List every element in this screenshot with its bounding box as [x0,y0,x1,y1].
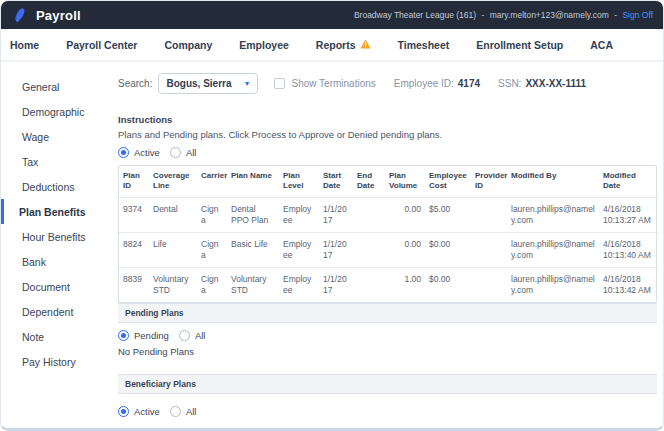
cell-modified-by: lauren.phillips@namely.com [507,197,599,232]
nav-item-home[interactable]: Home [10,39,39,51]
beneficiary-plans-filter: Active All [118,406,657,417]
cell-plan-volume: 1.00 [385,267,425,302]
instructions-description: Plans and Pending plans. Click Process t… [118,129,657,140]
active-radio[interactable] [118,147,129,158]
app-title: Payroll [36,8,81,23]
chevron-down-icon: ▼ [244,80,251,87]
ssn-value: XXX-XX-1111 [525,78,586,89]
nav-item-aca[interactable]: ACA [590,39,613,51]
instructions-section: Instructions Plans and Pending plans. Cl… [118,114,657,158]
beneficiary-plans-header: Beneficiary Plans [118,374,657,394]
show-terminations-checkbox[interactable] [274,78,285,89]
cell-end-date [353,197,385,232]
all-radio[interactable] [170,406,181,417]
col-header-plan-name: Plan Name [227,166,279,197]
table-row: 9374 Dental Cigna Dental PPO Plan Employ… [119,197,659,232]
all-radio-label: All [186,147,197,158]
cell-plan-name: Dental PPO Plan [227,197,279,232]
cell-modified-date: 4/16/2018 10:13:42 AM [599,267,659,302]
nav-item-label: ACA [590,39,613,51]
sidebar-item-document[interactable]: Document [1,274,116,299]
sign-off-link[interactable]: Sign Off [622,10,653,20]
cell-coverage-line: Life [149,232,197,267]
nav-item-label: Reports [316,39,356,51]
cell-coverage-line: Dental [149,197,197,232]
active-radio[interactable] [118,406,129,417]
nav-item-timesheet[interactable]: Timesheet [398,39,450,51]
cell-carrier: Cigna [197,197,227,232]
col-header-start-date: Start Date [319,166,353,197]
employee-search-dropdown[interactable]: Bogus, Sierra ▼ [158,73,258,94]
pending-plans-filter: Pending All [118,330,657,341]
cell-plan-volume: 0.00 [385,197,425,232]
sidebar-item-tax[interactable]: Tax [1,149,116,174]
cell-carrier: Cigna [197,232,227,267]
cell-provider-id [471,197,507,232]
nav-item-payroll-center[interactable]: Payroll Center [66,39,137,51]
cell-provider-id [471,267,507,302]
account-name: Broadway Theater League (161) [354,10,476,20]
selected-employee: Bogus, Sierra [166,78,243,89]
sidebar-item-hour-benefits[interactable]: Hour Benefits [1,224,116,249]
separator: - [614,10,617,20]
show-terminations-label: Show Terminations [291,78,375,89]
cell-employee-cost: $0.00 [425,267,471,302]
sidebar-item-general[interactable]: General [1,74,116,99]
table-row: 8839 Voluntary STD Cigna Voluntary STD E… [119,267,659,302]
user-session-info: Broadway Theater League (161) - mary.mel… [354,10,653,20]
sidebar-item-note[interactable]: Note [1,324,116,349]
cell-plan-name: Basic Life [227,232,279,267]
sidebar-item-bank[interactable]: Bank [1,249,116,274]
cell-start-date: 1/1/2017 [319,197,353,232]
cell-carrier: Cigna [197,267,227,302]
nav-item-enrollment-setup[interactable]: Enrollment Setup [476,39,563,51]
nav-item-label: Enrollment Setup [476,39,563,51]
active-radio-label: Active [134,147,160,158]
search-label: Search: [118,78,152,89]
sidebar-item-plan-benefits[interactable]: Plan Benefits [1,199,116,224]
cell-provider-id [471,232,507,267]
col-header-carrier: Carrier [197,166,227,197]
pending-plans-header: Pending Plans [118,303,657,323]
nav-item-label: Company [164,39,212,51]
col-header-plan-volume: Plan Volume [385,166,425,197]
col-header-plan-id: Plan ID [119,166,149,197]
all-radio[interactable] [179,330,190,341]
pending-plans-section: Pending Plans Pending All No Pending Pla… [118,303,657,357]
sidebar-item-dependent[interactable]: Dependent [1,299,116,324]
sidebar-item-pay-history[interactable]: Pay History [1,349,116,374]
sidebar-item-demographic[interactable]: Demographic [1,99,116,124]
nav-item-reports[interactable]: Reports [316,39,371,51]
nav-item-company[interactable]: Company [164,39,212,51]
cell-plan-id: 8824 [119,232,149,267]
ssn-label: SSN: [498,78,521,89]
employee-id-label: Employee ID: [394,78,454,89]
col-header-end-date: End Date [353,166,385,197]
nav-item-label: Employee [239,39,289,51]
all-radio[interactable] [170,147,181,158]
pending-radio-label: Pending [134,330,169,341]
cell-start-date: 1/1/2017 [319,267,353,302]
cell-modified-by: lauren.phillips@namely.com [507,232,599,267]
sidebar-item-deductions[interactable]: Deductions [1,174,116,199]
nav-item-employee[interactable]: Employee [239,39,289,51]
pending-radio[interactable] [118,330,129,341]
cell-plan-name: Voluntary STD [227,267,279,302]
cell-plan-id: 9374 [119,197,149,232]
active-plans-table: Plan ID Coverage Line Carrier Plan Name … [118,165,657,303]
cell-start-date: 1/1/2017 [319,232,353,267]
all-radio-label: All [195,330,206,341]
employee-id-value: 4174 [458,78,480,89]
sidebar-nav: General Demographic Wage Tax Deductions … [1,61,116,429]
cell-modified-by: lauren.phillips@namely.com [507,267,599,302]
cell-plan-level: Employee [279,267,319,302]
nav-item-label: Payroll Center [66,39,137,51]
col-header-plan-level: Plan Level [279,166,319,197]
user-email: mary.melton+123@namely.com [490,10,609,20]
active-plans-filter: Active All [118,147,657,158]
cell-plan-level: Employee [279,232,319,267]
separator: - [482,10,485,20]
main-nav: Home Payroll Center Company Employee Rep… [1,29,663,61]
col-header-coverage-line: Coverage Line [149,166,197,197]
sidebar-item-wage[interactable]: Wage [1,124,116,149]
